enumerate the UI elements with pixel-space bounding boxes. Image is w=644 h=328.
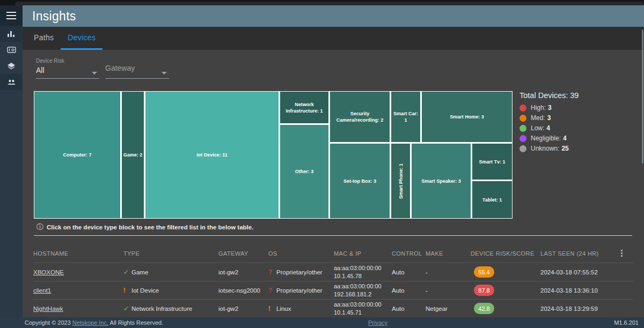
treemap-cell-security-camera[interactable]: Security Camera/recording: 2 [330,92,390,142]
col-gateway: GATEWAY [218,250,268,257]
gateway-select[interactable]: Gateway [105,64,169,79]
treemap-cell-label: Smart Phone: 1 [398,163,404,198]
sidebar-item-users[interactable] [0,74,23,90]
field-underline [105,78,169,79]
device-risk-select[interactable]: Device Risk All [36,58,99,79]
version-label: M1.6.201 [614,319,639,326]
col-os: OS [268,250,334,257]
company-link[interactable]: Netskope Inc. [72,319,108,326]
browser-top-strip [0,0,644,5]
hamburger-menu-button[interactable] [0,5,23,26]
legend-count: 25 [561,145,568,152]
mac-value: aa:aa:03:00:00:00 [334,282,387,290]
bar-chart-icon [7,30,16,38]
hostname-link[interactable]: NightHawk [33,305,63,312]
mac-value: aa:aa:03:00:00:00 [334,301,387,309]
sidebar [0,5,23,328]
type-status-icon: ✓ [123,305,131,312]
unknown-risk-dot-icon [519,145,526,152]
hamburger-icon [6,12,16,19]
med-risk-dot-icon [519,115,526,122]
risk-legend: Total Devices: 39 High:3 Med:3 Low:4 Neg… [519,91,638,155]
sidebar-item-devices[interactable] [0,42,23,58]
page-title: Insights [32,9,76,24]
gateway-label: Gateway [105,64,169,72]
copyright-prefix: Copyright © 2023 [25,319,71,326]
copyright-suffix: All Rights Reserved. [110,319,164,326]
table-menu-button[interactable] [614,250,633,257]
treemap-cell-set-top-box[interactable]: Set-top Box: 3 [330,144,390,218]
treemap-cell-smart-car[interactable]: Smart Car: 1 [391,92,420,142]
legend-label: Unknown: [531,145,559,152]
risk-score-badge: 87.8 [474,285,494,296]
legend-label: Low: [531,124,544,132]
devices-screen-icon [7,46,16,54]
make-value: - [426,287,471,294]
users-icon [7,79,16,85]
risk-score-badge: 55.4 [474,266,494,278]
legend-item-negligible: Negligible:4 [519,135,638,142]
privacy-link[interactable]: Privacy [368,319,387,326]
ip-value: 10.1.45.78 [334,272,387,280]
browser-tab-sliver [15,2,644,5]
footer: Copyright © 2023 Netskope Inc. All Right… [0,317,644,328]
devices-table: HOSTNAME TYPE GATEWAY OS MAC & IP CONTRO… [33,244,633,317]
col-mac-ip: MAC & IP [334,250,392,257]
device-type-treemap: Computer: 7 Game: 2 Iot Device: 11 Netwo… [34,91,513,219]
make-value: - [426,269,471,275]
os-status-icon: ? [268,269,276,276]
device-risk-label: Device Risk [36,58,99,64]
control-value: Auto [392,305,426,312]
treemap-cell-network-infrastructure[interactable]: Network Infrastructure: 1 [280,92,328,123]
col-hostname: HOSTNAME [33,250,123,257]
legend-count: 4 [563,135,567,142]
field-underline [36,78,99,79]
sidebar-item-layers[interactable] [0,58,23,74]
table-header-row: HOSTNAME TYPE GATEWAY OS MAC & IP CONTRO… [33,244,633,263]
type-value: Game [131,269,148,275]
os-status-icon: ! [268,305,276,312]
hostname-link[interactable]: client1 [33,287,51,294]
make-value: Netgear [426,305,471,312]
type-value: Iot Device [131,287,159,294]
col-type: TYPE [123,250,218,257]
risk-score-badge: 42.8 [474,303,494,314]
type-status-icon: ✓ [123,269,131,276]
treemap-cell-smart-tv[interactable]: Smart Tv: 1 [472,144,512,180]
table-row: NightHawk ✓Network Infrastructure iot-gw… [33,299,633,317]
treemap-cell-iot-device[interactable]: Iot Device: 11 [145,92,279,218]
control-value: Auto [392,287,426,294]
vertical-scrollbar[interactable] [642,29,643,163]
os-value: Proprietary/other [276,287,323,294]
layers-icon [7,62,16,70]
treemap-cell-smart-home[interactable]: Smart Home: 3 [422,92,512,142]
treemap-cell-computer[interactable]: Computer: 7 [34,92,120,218]
treemap-cell-smart-phone[interactable]: Smart Phone: 1 [391,144,410,218]
treemap-hint-text: Click on the device type block to see th… [47,224,253,230]
table-row: client1 !Iot Device iotsec-nsg2000 ?Prop… [33,281,633,299]
mac-value: aa:aa:03:00:00:00 [334,264,387,272]
hostname-link[interactable]: XBOXONE [33,269,64,275]
ip-value: 192.168.181.2 [334,290,387,299]
treemap-cell-other[interactable]: Other: 3 [280,125,328,218]
legend-item-unknown: Unknown:25 [519,145,638,152]
tab-paths[interactable]: Paths [27,27,61,50]
negligible-risk-dot-icon [519,135,526,142]
ip-value: 10.1.45.71 [334,309,387,317]
app-window: Insights Paths Devices Device Risk All G… [0,0,644,328]
control-value: Auto [392,269,426,275]
type-status-icon: ! [123,287,131,294]
col-device-risk-score: DEVICE RISK/SCORE [471,250,540,257]
legend-count: 3 [547,114,551,122]
treemap-cell-tablet[interactable]: Tablet: 1 [472,181,512,218]
info-icon: ⓘ [36,222,43,232]
gateway-value: iot-gw2 [218,305,268,312]
treemap-cell-game[interactable]: Game: 2 [122,92,144,218]
treemap-cell-smart-speaker[interactable]: Smart Speaker: 3 [412,144,471,218]
tab-devices[interactable]: Devices [61,27,103,50]
col-last-seen: LAST SEEN (24 HR) [540,250,614,257]
legend-label: Negligible: [531,135,561,142]
legend-item-med: Med:3 [519,114,638,122]
sidebar-item-insights[interactable] [0,26,23,42]
last-seen-value: 2024-03-18 07:55:52 [540,269,614,275]
